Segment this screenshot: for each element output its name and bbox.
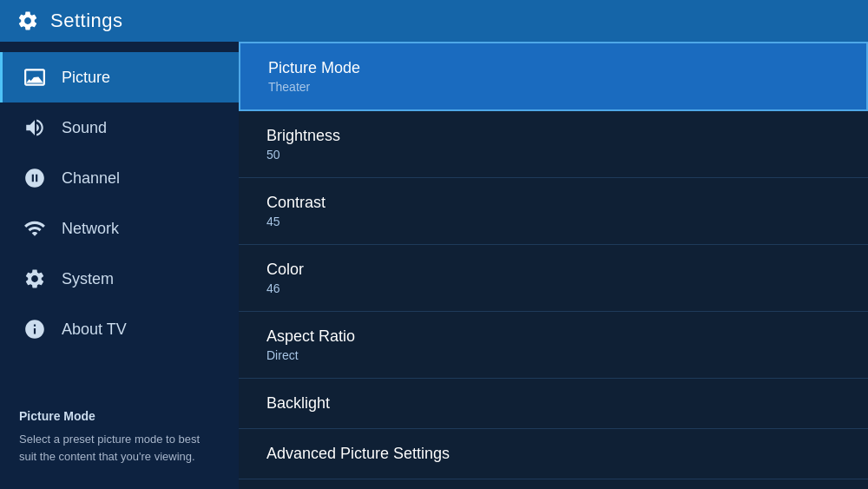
sidebar: Picture Sound Channel: [0, 42, 239, 489]
sidebar-label-network: Network: [62, 220, 119, 238]
content-item-brightness[interactable]: Brightness 50: [239, 111, 868, 178]
header-title: Settings: [50, 10, 123, 32]
main-container: Picture Sound Channel: [0, 42, 868, 489]
content-item-aspect-ratio[interactable]: Aspect Ratio Direct: [239, 312, 868, 379]
picture-icon: [22, 64, 48, 90]
sidebar-label-about-tv: About TV: [62, 320, 127, 339]
sidebar-item-sound[interactable]: Sound: [0, 102, 239, 153]
content-item-backlight-label: Backlight: [266, 394, 840, 413]
content-item-aspect-ratio-value: Direct: [266, 348, 840, 362]
content-item-aspect-ratio-label: Aspect Ratio: [266, 327, 840, 346]
sound-icon: [22, 115, 48, 141]
sidebar-description-text: Select a preset picture mode to best sui…: [19, 431, 220, 465]
content-item-advanced-picture-settings[interactable]: Advanced Picture Settings: [239, 429, 868, 479]
content-item-contrast-label: Contrast: [266, 194, 840, 212]
content-item-picture-mode[interactable]: Picture Mode Theater: [239, 42, 868, 111]
sidebar-label-channel: Channel: [62, 169, 120, 188]
sidebar-item-picture[interactable]: Picture: [0, 52, 239, 102]
content-item-contrast[interactable]: Contrast 45: [239, 178, 868, 245]
content-item-backlight[interactable]: Backlight: [239, 379, 868, 429]
about-tv-icon: [22, 316, 48, 342]
sidebar-description: Picture Mode Select a preset picture mod…: [0, 393, 239, 479]
content-item-contrast-value: 45: [266, 215, 840, 228]
header: Settings: [0, 0, 868, 42]
system-icon: [22, 266, 48, 292]
sidebar-description-title: Picture Mode: [19, 407, 220, 426]
sidebar-item-network[interactable]: Network: [0, 203, 239, 254]
content-item-brightness-value: 50: [266, 148, 840, 162]
content-item-color-value: 46: [266, 281, 840, 295]
content-item-color[interactable]: Color 46: [239, 245, 868, 312]
content-item-brightness-label: Brightness: [266, 127, 840, 145]
channel-icon: [22, 165, 48, 191]
content-item-color-label: Color: [266, 261, 840, 279]
sidebar-label-sound: Sound: [62, 119, 107, 137]
gear-icon: [16, 9, 40, 33]
content-item-advanced-label: Advanced Picture Settings: [266, 445, 840, 463]
content-item-picture-mode-value: Theater: [268, 80, 838, 94]
sidebar-label-picture: Picture: [62, 69, 110, 87]
sidebar-item-system[interactable]: System: [0, 254, 239, 304]
network-icon: [22, 215, 48, 241]
content-item-picture-mode-label: Picture Mode: [268, 59, 838, 77]
content-item-restore-defaults[interactable]: Restore Defaults: [239, 479, 868, 489]
sidebar-label-system: System: [62, 270, 114, 288]
sidebar-item-channel[interactable]: Channel: [0, 153, 239, 203]
sidebar-item-about-tv[interactable]: About TV: [0, 304, 239, 354]
content-area: Picture Mode Theater Brightness 50 Contr…: [239, 42, 868, 489]
sidebar-nav: Picture Sound Channel: [0, 52, 239, 354]
